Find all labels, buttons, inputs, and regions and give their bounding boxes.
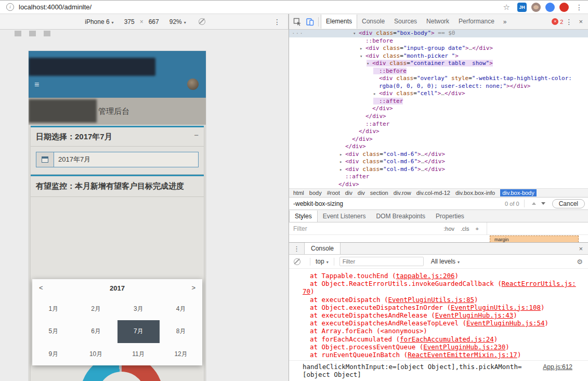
devtools-tab-performance[interactable]: Performance <box>454 15 499 29</box>
dom-tree-row[interactable]: </div> <box>289 128 588 136</box>
device-toolbar-menu-icon[interactable]: ⋮ <box>273 18 281 26</box>
clear-console-icon[interactable] <box>294 258 300 265</box>
dom-tree-row[interactable]: ▾<div class="box-body"> == $0 <box>289 30 588 37</box>
styles-filter-input[interactable]: Filter <box>293 225 307 232</box>
devtools-menu-icon[interactable]: ⋮ <box>565 18 572 26</box>
class-toggle[interactable]: .cls <box>461 226 469 232</box>
browser-menu-icon[interactable]: ⋮ <box>576 3 583 11</box>
date-input[interactable] <box>54 152 199 167</box>
drawer-menu-icon[interactable]: ⋮ <box>293 245 300 253</box>
throttling-icon[interactable] <box>199 18 205 25</box>
month-cell[interactable]: 5月 <box>32 320 75 343</box>
dom-tree-row[interactable]: ▸<div class="input-group date">…</div> <box>289 45 588 52</box>
breadcrumb-item[interactable]: div.box.box-info <box>455 190 495 196</box>
device-toolbar-toggle-icon[interactable] <box>306 18 314 26</box>
console-source-link[interactable]: tappable.js:206 <box>396 272 455 280</box>
dom-tree-row[interactable]: ::before <box>289 37 588 45</box>
extension-icon-red[interactable] <box>559 3 569 12</box>
log-level-select[interactable]: All levels▾ <box>431 258 460 265</box>
console-filter-input[interactable] <box>339 257 424 266</box>
drawer-close-icon[interactable]: × <box>579 245 583 253</box>
page-info-icon[interactable]: i <box>6 3 14 11</box>
breadcrumb-item[interactable]: section <box>370 190 388 196</box>
device-select[interactable]: iPhone 6▾ <box>85 18 113 25</box>
sidebar-tab-styles[interactable]: Styles <box>289 211 318 222</box>
profile-badge[interactable]: JH <box>517 3 527 12</box>
month-cell[interactable]: 6月 <box>75 320 117 343</box>
calendar-addon[interactable] <box>36 152 54 167</box>
dom-tree-row[interactable]: </div> <box>289 143 588 151</box>
user-avatar[interactable] <box>187 78 199 90</box>
dom-tree-row[interactable]: ▸<div class="col-md-6">…</div> <box>289 158 588 166</box>
console-source-link[interactable]: 70 <box>303 287 310 295</box>
new-style-rule-button[interactable]: + <box>476 226 479 232</box>
dom-tree-row[interactable]: ▸<div class="cell">…</div> <box>289 90 588 98</box>
breadcrumb-item[interactable]: div.col-md-12 <box>416 190 450 196</box>
console-source-link[interactable]: ReactEventEmitterMixin.js:17 <box>408 351 517 359</box>
breadcrumb-item[interactable]: div.row <box>394 190 411 196</box>
breadcrumb-item[interactable]: div <box>358 190 365 196</box>
dom-tree-row[interactable]: ::after <box>289 121 588 128</box>
extension-icon-blue[interactable] <box>545 3 555 12</box>
url-text[interactable]: localhost:4000/adminlte/ <box>19 3 503 11</box>
console-source-link[interactable]: forEachAccumulated.js:24 <box>400 335 494 343</box>
month-cell[interactable]: 3月 <box>117 298 160 320</box>
dom-tree-row[interactable]: </div> <box>289 181 588 188</box>
breadcrumb-item[interactable]: html <box>293 190 304 196</box>
extension-icon-monkey[interactable] <box>531 3 541 12</box>
sidebar-tab-event-listeners[interactable]: Event Listeners <box>318 211 371 222</box>
month-cell[interactable]: 9月 <box>32 343 75 365</box>
viewport-width-field[interactable]: 375 <box>124 18 135 25</box>
breadcrumb-item[interactable]: #root <box>327 190 340 196</box>
viewport-height-field[interactable]: 667 <box>149 18 159 25</box>
console-source-link[interactable]: ReactErrorUtils.js: <box>502 280 576 287</box>
bookmark-star-icon[interactable]: ☆ <box>503 3 510 12</box>
console-drawer-tab[interactable]: Console <box>304 243 341 254</box>
console-source-link[interactable]: EventPluginUtils.js:85 <box>388 296 475 304</box>
sidebar-tab-dom-breakpoints[interactable]: DOM Breakpoints <box>371 211 430 222</box>
sidebar-tab-properties[interactable]: Properties <box>430 211 469 222</box>
month-cell[interactable]: 7月 <box>117 320 160 343</box>
find-next-button[interactable] <box>541 202 545 205</box>
breadcrumb-item[interactable]: div <box>345 190 352 196</box>
collapse-button[interactable]: − <box>194 130 199 139</box>
inspect-element-icon[interactable] <box>293 18 302 26</box>
dom-tree-row[interactable]: ▸<div class="col-md-6">…</div> <box>289 166 588 174</box>
box-model-margin[interactable]: margin <box>490 235 579 242</box>
dom-tree-row[interactable]: </div> <box>289 105 588 113</box>
month-cell[interactable]: 2月 <box>75 298 117 320</box>
month-cell[interactable]: 4月 <box>160 298 202 320</box>
devtools-tab-sources[interactable]: Sources <box>389 15 422 29</box>
devtools-tab-console[interactable]: Console <box>357 15 389 29</box>
dom-tree-row[interactable]: <div class="overlay" style="-webkit-tap-… <box>289 75 588 83</box>
dom-tree-row[interactable]: ::before <box>289 68 588 75</box>
dom-tree-row[interactable]: ▾<div class="container table show"> <box>289 60 588 68</box>
more-tabs-icon[interactable]: » <box>499 18 511 25</box>
find-previous-button[interactable] <box>532 202 536 205</box>
dom-tree-row[interactable]: ::after <box>289 98 588 106</box>
console-source-link[interactable]: EventPluginHub.js:54 <box>466 319 545 327</box>
previous-year-button[interactable]: < <box>39 284 43 292</box>
dom-tree-row[interactable]: </div> <box>289 136 588 143</box>
month-cell[interactable]: 12月 <box>160 343 202 365</box>
breadcrumb-item[interactable]: div.box-body <box>500 189 537 196</box>
zoom-select[interactable]: 92%▾ <box>169 18 186 25</box>
next-year-button[interactable]: > <box>191 284 195 292</box>
devtools-close-icon[interactable]: × <box>579 18 583 25</box>
execution-context-select[interactable]: top▾ <box>316 258 329 265</box>
pseudo-state-toggle[interactable]: :hov <box>443 226 454 232</box>
dom-tree-row[interactable]: rgba(0, 0, 0, 0); user-select: none;"></… <box>289 83 588 90</box>
month-cell[interactable]: 1月 <box>32 298 75 320</box>
month-cell[interactable]: 11月 <box>117 343 160 365</box>
console-settings-icon[interactable]: ⚙ <box>577 258 583 266</box>
month-cell[interactable]: 8月 <box>160 320 202 343</box>
cancel-button[interactable]: Cancel <box>552 199 585 208</box>
breadcrumb-item[interactable]: body <box>309 190 322 196</box>
console-source-link[interactable]: App.js:612 <box>543 363 572 371</box>
dom-tree-row[interactable]: </div> <box>289 113 588 121</box>
console-source-link[interactable]: EventPluginHub.js:43 <box>435 311 514 319</box>
devtools-tab-network[interactable]: Network <box>422 15 454 29</box>
error-badge[interactable]: × 2 <box>552 18 563 25</box>
console-source-link[interactable]: EventPluginHub.js:230 <box>423 343 505 351</box>
dom-tree-row[interactable]: ▾<div class="month-picker "> <box>289 52 588 60</box>
